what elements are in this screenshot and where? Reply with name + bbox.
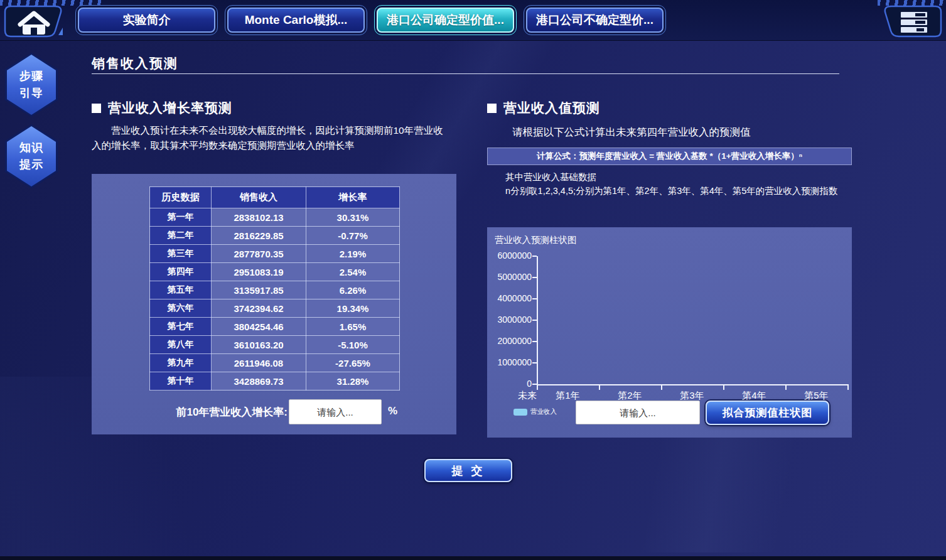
x-tick-label: 第5年	[792, 390, 842, 402]
x-tick-label: 第3年	[667, 390, 718, 402]
bottom-edge	[0, 556, 946, 560]
growth-input-label: 前10年营业收入增长率:	[92, 405, 288, 419]
table-row: 第一年2838102.1330.31%	[150, 208, 400, 227]
growth-panel: 历史数据销售收入增长率 第一年2838102.1330.31%第二年281622…	[92, 174, 456, 434]
growth-rate-input[interactable]	[289, 399, 382, 424]
y-tick-mark	[532, 341, 537, 342]
table-row: 第六年3742394.6219.34%	[150, 299, 400, 318]
y-tick-mark	[532, 298, 537, 299]
y-tick-label: 2000000	[487, 336, 532, 346]
table-row: 第三年2877870.352.19%	[150, 245, 400, 263]
tab-bar: 实验简介Monte Carlo模拟...港口公司确定型价值...港口公司不确定型…	[75, 5, 666, 35]
x-tick-label: 第2年	[605, 390, 655, 402]
badge-label: 步骤	[19, 68, 43, 85]
tab-label: 实验简介	[78, 8, 215, 33]
tab-3[interactable]: 港口公司确定型价值...	[374, 5, 517, 35]
row-value-cell: 2816229.85	[212, 227, 306, 245]
value-subtitle: 请根据以下公式计算出未来第四年营业收入的预测值	[487, 126, 852, 139]
formula-note-line: 其中营业收入基础数据	[487, 170, 857, 184]
chart-x-axis	[537, 384, 849, 385]
legend-label: 营业收入	[530, 407, 557, 416]
table-header-cell: 销售收入	[212, 187, 306, 208]
row-value-cell: 2.54%	[306, 263, 400, 281]
row-value-cell: 30.31%	[306, 208, 400, 227]
row-year-cell: 第四年	[150, 263, 212, 281]
page-title: 销售收入预测	[92, 55, 178, 72]
history-table: 历史数据销售收入增长率 第一年2838102.1330.31%第二年281622…	[149, 186, 400, 390]
tab-1[interactable]: 实验简介	[75, 5, 218, 35]
row-value-cell: 3135917.85	[212, 281, 306, 299]
row-value-cell: 3610163.20	[212, 336, 306, 354]
home-button[interactable]	[2, 4, 66, 39]
y-tick-label: 0	[487, 379, 532, 389]
legend-swatch	[513, 409, 527, 416]
row-value-cell: 3428869.73	[212, 372, 306, 390]
tab-label: Monte Carlo模拟...	[227, 8, 365, 33]
row-value-cell: 6.26%	[306, 281, 400, 299]
home-icon	[2, 4, 66, 39]
submit-button[interactable]: 提 交	[424, 459, 512, 482]
chart-x-axis-name: 未来	[510, 390, 545, 402]
row-value-cell: 2611946.08	[212, 354, 306, 372]
y-tick-mark	[532, 256, 537, 257]
table-header-cell: 历史数据	[150, 187, 212, 208]
row-value-cell: 3742394.62	[212, 299, 306, 318]
row-year-cell: 第九年	[150, 354, 212, 372]
y-tick-label: 5000000	[487, 272, 532, 282]
growth-description: 营业收入预计在未来不会出现较大幅度的增长，因此计算预测期前10年营业收入的增长率…	[92, 123, 444, 153]
row-year-cell: 第二年	[150, 227, 212, 245]
row-value-cell: 2838102.13	[212, 208, 306, 227]
tab-2[interactable]: Monte Carlo模拟...	[225, 5, 367, 35]
table-row: 第七年3804254.461.65%	[150, 318, 400, 336]
row-value-cell: 2877870.35	[212, 245, 306, 263]
x-tick-mark	[723, 385, 724, 390]
x-tick-label: 第1年	[543, 390, 593, 402]
x-tick-mark	[537, 385, 538, 390]
y-tick-mark	[532, 362, 537, 363]
table-row: 第九年2611946.08-27.65%	[150, 354, 400, 372]
table-header-cell: 增长率	[306, 187, 400, 208]
y-tick-label: 3000000	[487, 315, 532, 325]
top-bar: 实验简介Monte Carlo模拟...港口公司确定型价值...港口公司不确定型…	[0, 0, 946, 41]
sidebar-item-knowledge-tips[interactable]: 知识 提示	[5, 124, 58, 188]
y-tick-label: 4000000	[487, 293, 532, 303]
section-bullet	[487, 104, 497, 113]
x-tick-mark	[847, 385, 849, 390]
tab-label: 港口公司确定型价值...	[377, 8, 514, 33]
x-tick-mark	[661, 385, 662, 390]
forecast-value-input[interactable]	[576, 401, 700, 424]
menu-button[interactable]	[880, 4, 944, 39]
row-year-cell: 第七年	[150, 318, 212, 336]
row-value-cell: 19.34%	[306, 299, 400, 318]
formula-notes: 其中营业收入基础数据 n分别取1,2,3,4,5;分别为第1年、第2年、第3年、…	[487, 170, 857, 198]
y-tick-label: 6000000	[487, 250, 532, 261]
row-value-cell: -27.65%	[306, 354, 400, 372]
menu-list-icon	[880, 4, 944, 39]
fit-forecast-button[interactable]: 拟合预测值柱状图	[706, 401, 829, 425]
row-year-cell: 第六年	[150, 299, 212, 318]
growth-unit-label: %	[388, 405, 397, 417]
tab-4[interactable]: 港口公司不确定型价...	[524, 5, 666, 35]
formula-bar: 计算公式：预测年度营业收入 = 营业收入基数 *（1+营业收入增长率）ⁿ	[487, 148, 852, 165]
row-value-cell: 3804254.46	[212, 318, 306, 336]
formula-note-line: n分别取1,2,3,4,5;分别为第1年、第2年、第3年、第4年、第5年的营业收…	[487, 184, 857, 198]
y-tick-label: 1000000	[487, 357, 532, 367]
row-value-cell: 31.28%	[306, 372, 400, 390]
app-window: 实验简介Monte Carlo模拟...港口公司确定型价值...港口公司不确定型…	[0, 0, 946, 560]
section-bullet	[92, 104, 101, 113]
tab-label: 港口公司不确定型价...	[526, 8, 664, 33]
x-tick-label: 第4年	[729, 390, 780, 402]
table-row: 第四年2951083.192.54%	[150, 263, 400, 281]
row-year-cell: 第五年	[150, 281, 212, 299]
chart-title: 营业收入预测柱状图	[495, 234, 577, 246]
row-value-cell: 2.19%	[306, 245, 400, 263]
table-row: 第八年3610163.20-5.10%	[150, 336, 400, 354]
table-row: 第十年3428869.7331.28%	[150, 372, 400, 390]
row-year-cell: 第十年	[150, 372, 212, 390]
table-row: 第五年3135917.856.26%	[150, 281, 400, 299]
sidebar-item-step-guide[interactable]: 步骤 引导	[5, 53, 58, 117]
badge-label: 知识	[19, 139, 43, 156]
table-row: 第二年2816229.85-0.77%	[150, 227, 400, 245]
section-heading-label: 营业收入增长率预测	[108, 99, 232, 117]
badge-label: 引导	[19, 85, 43, 102]
